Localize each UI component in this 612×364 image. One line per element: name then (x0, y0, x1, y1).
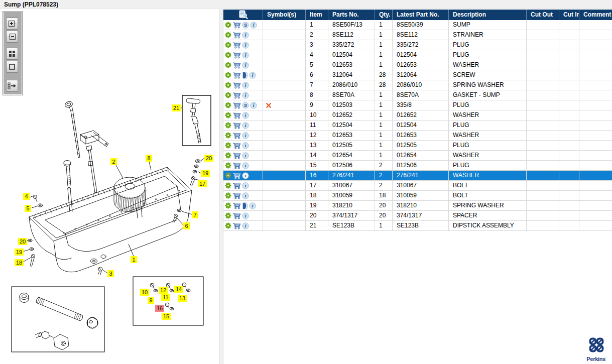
add-to-cart-icon[interactable] (232, 192, 241, 199)
gear-icon[interactable] (225, 32, 231, 38)
add-to-cart-icon[interactable] (232, 132, 241, 139)
info-icon[interactable]: i (242, 42, 249, 49)
info-icon[interactable]: i (242, 82, 249, 89)
table-row-15[interactable]: i150125062012506PLUG (223, 161, 612, 171)
table-row-11[interactable]: i110125041012504PLUG (223, 120, 612, 131)
add-to-cart-icon[interactable] (232, 212, 241, 219)
info-icon[interactable]: i (242, 32, 249, 39)
add-to-cart-icon[interactable] (232, 122, 241, 129)
add-to-cart-icon[interactable] (232, 112, 241, 119)
info-icon[interactable]: i (242, 122, 249, 129)
add-to-cart-icon[interactable] (232, 72, 241, 79)
gear-icon[interactable] (225, 172, 231, 179)
info-icon[interactable]: i (242, 172, 249, 179)
diagram-label-20[interactable]: 20 (18, 238, 27, 245)
gear-icon[interactable] (225, 22, 231, 28)
diagram-label-19[interactable]: 19 (201, 170, 210, 177)
export-list-button[interactable] (6, 80, 18, 92)
info-icon[interactable]: i (242, 142, 249, 149)
add-to-cart-icon[interactable] (232, 52, 241, 59)
gear-icon[interactable] (225, 92, 231, 98)
table-row-3[interactable]: i3335/2721335/272PLUG (223, 40, 612, 50)
diagram-label-14[interactable]: 14 (174, 286, 183, 293)
info-icon[interactable]: i (242, 132, 249, 139)
zoom-out-button[interactable] (6, 31, 18, 43)
diagram-label-1[interactable]: 1 (131, 256, 137, 263)
gear-icon[interactable] (225, 192, 231, 199)
gear-icon[interactable] (225, 182, 231, 189)
table-row-12[interactable]: i120126531012653WASHER (223, 131, 612, 141)
diagram-label-4[interactable]: 4 (23, 193, 30, 200)
add-to-cart-icon[interactable] (232, 82, 241, 89)
add-to-cart-icon[interactable] (232, 42, 241, 49)
gear-icon[interactable] (225, 162, 231, 169)
diagram-label-3[interactable]: 3 (107, 270, 114, 277)
diagram-label-17[interactable]: 17 (198, 180, 207, 187)
info-icon[interactable]: i (242, 192, 249, 199)
add-to-cart-icon[interactable] (232, 172, 241, 179)
add-to-cart-icon[interactable] (232, 32, 241, 39)
fit-view-button[interactable] (6, 61, 18, 73)
table-row-1[interactable]: S i18SE50F/1318SE50/39SUMP (223, 20, 612, 30)
diagram-label-11[interactable]: 11 (161, 294, 170, 301)
substitute-icon[interactable]: S (242, 102, 249, 109)
table-row-21[interactable]: i21SE123B1SE123BDIPSTICK ASSEMBLY (223, 221, 612, 231)
table-row-16[interactable]: i16276/2412276/241WASHER (223, 171, 612, 181)
book-icon[interactable] (242, 202, 248, 209)
diagram-label-16[interactable]: 16 (155, 305, 164, 312)
info-icon[interactable]: i (242, 182, 249, 189)
gear-icon[interactable] (225, 72, 231, 78)
gear-icon[interactable] (225, 62, 231, 68)
diagram-label-15[interactable]: 15 (162, 313, 171, 320)
info-icon[interactable]: i (242, 212, 249, 219)
gear-icon[interactable] (225, 212, 231, 219)
diagram-label-21[interactable]: 21 (172, 104, 181, 111)
diagram-label-20[interactable]: 20 (204, 155, 213, 162)
diagram-label-8[interactable]: 8 (146, 155, 152, 162)
table-row-19[interactable]: i1931821020318210SPRING WASHER (223, 201, 612, 211)
add-to-cart-icon[interactable] (232, 62, 241, 69)
table-row-9[interactable]: S i 90125031335/8PLUG (223, 100, 612, 110)
table-row-6[interactable]: i631206428312064SCREW (223, 70, 612, 80)
gear-icon[interactable] (225, 112, 231, 118)
add-to-cart-icon[interactable] (232, 22, 241, 29)
add-to-cart-icon[interactable] (232, 182, 241, 189)
table-row-10[interactable]: i100126521012652WASHER (223, 110, 612, 120)
book-icon[interactable] (242, 72, 248, 79)
diagram-label-19[interactable]: 19 (15, 249, 24, 256)
info-icon[interactable]: i (242, 52, 249, 59)
diagram-label-5[interactable]: 5 (25, 205, 31, 212)
info-icon[interactable]: i (250, 22, 257, 29)
table-row-13[interactable]: i130125051012505PLUG (223, 141, 612, 151)
diagram-label-10[interactable]: 10 (140, 289, 149, 296)
table-row-7[interactable]: i72086/010282086/010SPRING WASHER (223, 80, 612, 90)
diagram-label-12[interactable]: 12 (159, 287, 168, 294)
add-to-cart-icon[interactable] (232, 202, 241, 209)
add-to-cart-icon[interactable] (232, 152, 241, 159)
zoom-in-button[interactable] (6, 18, 18, 30)
add-to-cart-icon[interactable] (232, 162, 241, 169)
table-row-17[interactable]: i173100672310067BOLT (223, 181, 612, 191)
panel-splitter[interactable] (219, 9, 223, 364)
add-to-cart-icon[interactable] (232, 222, 241, 229)
tile-view-button[interactable] (6, 48, 18, 60)
add-to-cart-icon[interactable] (232, 102, 241, 109)
substitute-icon[interactable]: S (242, 22, 249, 29)
table-row-2[interactable]: i28SE11218SE112STRAINER (223, 30, 612, 40)
info-icon[interactable]: i (250, 102, 257, 109)
info-icon[interactable]: i (242, 162, 249, 169)
gear-icon[interactable] (225, 42, 231, 48)
info-icon[interactable]: i (242, 62, 249, 69)
diagram-label-18[interactable]: 18 (15, 259, 24, 266)
info-icon[interactable]: i (249, 72, 256, 79)
info-icon[interactable]: i (242, 112, 249, 119)
diagram-label-7[interactable]: 7 (192, 211, 198, 218)
gear-icon[interactable] (225, 202, 231, 209)
table-row-14[interactable]: i140126541012654WASHER (223, 151, 612, 161)
gear-icon[interactable] (225, 152, 231, 159)
diagram-label-6[interactable]: 6 (183, 222, 190, 229)
table-row-4[interactable]: i40125041012504PLUG (223, 50, 612, 60)
gear-icon[interactable] (225, 82, 231, 88)
gear-icon[interactable] (225, 122, 231, 129)
gear-icon[interactable] (225, 132, 231, 139)
